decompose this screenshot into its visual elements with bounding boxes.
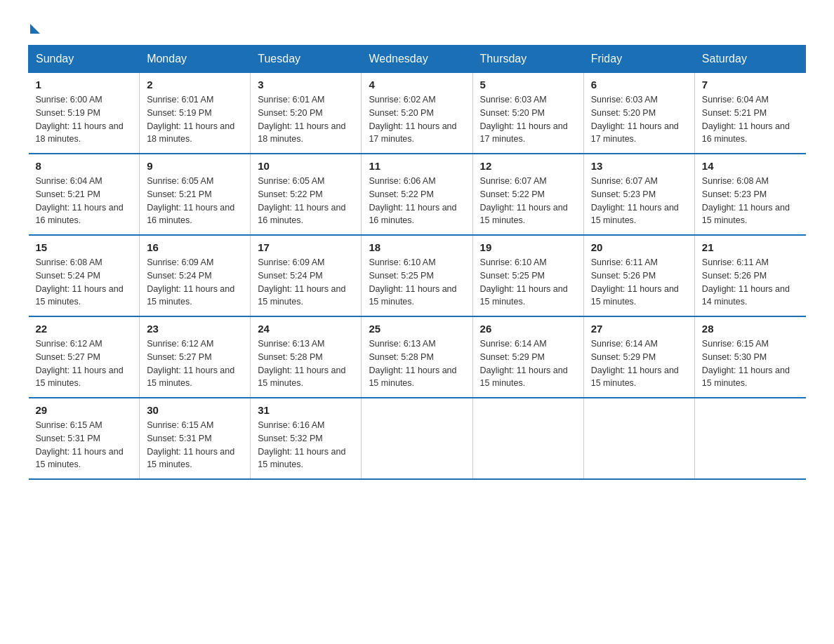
day-number: 27 [591, 323, 687, 335]
calendar-week-row: 29 Sunrise: 6:15 AMSunset: 5:31 PMDaylig… [29, 398, 806, 479]
day-number: 31 [258, 404, 354, 416]
calendar-day-cell: 6 Sunrise: 6:03 AMSunset: 5:20 PMDayligh… [583, 73, 694, 154]
calendar-day-cell: 10 Sunrise: 6:05 AMSunset: 5:22 PMDaylig… [251, 154, 362, 235]
calendar-day-cell: 17 Sunrise: 6:09 AMSunset: 5:24 PMDaylig… [251, 235, 362, 316]
day-number: 16 [147, 241, 243, 253]
day-number: 22 [36, 323, 133, 335]
day-info: Sunrise: 6:00 AMSunset: 5:19 PMDaylight:… [36, 93, 133, 146]
day-info: Sunrise: 6:08 AMSunset: 5:24 PMDaylight:… [36, 256, 133, 309]
calendar-day-cell: 23 Sunrise: 6:12 AMSunset: 5:27 PMDaylig… [140, 316, 251, 398]
day-info: Sunrise: 6:11 AMSunset: 5:26 PMDaylight:… [591, 256, 687, 309]
weekday-header: Thursday [472, 46, 583, 73]
day-info: Sunrise: 6:07 AMSunset: 5:23 PMDaylight:… [591, 175, 687, 227]
day-number: 8 [36, 160, 133, 172]
calendar-day-cell: 21 Sunrise: 6:11 AMSunset: 5:26 PMDaylig… [694, 235, 805, 316]
day-info: Sunrise: 6:03 AMSunset: 5:20 PMDaylight:… [591, 93, 687, 146]
day-number: 29 [36, 404, 133, 416]
day-number: 20 [591, 241, 687, 253]
calendar-day-cell: 13 Sunrise: 6:07 AMSunset: 5:23 PMDaylig… [583, 154, 694, 235]
calendar-day-cell: 3 Sunrise: 6:01 AMSunset: 5:20 PMDayligh… [251, 73, 362, 154]
calendar-day-cell: 18 Sunrise: 6:10 AMSunset: 5:25 PMDaylig… [362, 235, 472, 316]
calendar-day-cell [583, 398, 694, 479]
day-info: Sunrise: 6:09 AMSunset: 5:24 PMDaylight:… [258, 256, 354, 309]
day-number: 1 [36, 79, 133, 90]
calendar-day-cell: 28 Sunrise: 6:15 AMSunset: 5:30 PMDaylig… [694, 316, 805, 398]
day-info: Sunrise: 6:05 AMSunset: 5:21 PMDaylight:… [147, 175, 243, 227]
logo [28, 21, 40, 31]
day-number: 13 [591, 160, 687, 172]
day-info: Sunrise: 6:04 AMSunset: 5:21 PMDaylight:… [702, 93, 799, 146]
calendar-day-cell [472, 398, 583, 479]
day-info: Sunrise: 6:11 AMSunset: 5:26 PMDaylight:… [702, 256, 799, 309]
day-info: Sunrise: 6:15 AMSunset: 5:31 PMDaylight:… [147, 419, 243, 471]
day-number: 21 [702, 241, 799, 253]
day-number: 2 [147, 79, 243, 90]
day-number: 26 [480, 323, 576, 335]
day-number: 15 [36, 241, 133, 253]
day-info: Sunrise: 6:10 AMSunset: 5:25 PMDaylight:… [369, 256, 465, 309]
day-number: 18 [369, 241, 465, 253]
calendar-day-cell: 20 Sunrise: 6:11 AMSunset: 5:26 PMDaylig… [583, 235, 694, 316]
calendar-day-cell: 9 Sunrise: 6:05 AMSunset: 5:21 PMDayligh… [140, 154, 251, 235]
day-number: 9 [147, 160, 243, 172]
day-number: 4 [369, 79, 465, 90]
day-number: 30 [147, 404, 243, 416]
calendar-day-cell: 31 Sunrise: 6:16 AMSunset: 5:32 PMDaylig… [251, 398, 362, 479]
weekday-header: Tuesday [251, 46, 362, 73]
calendar-day-cell: 27 Sunrise: 6:14 AMSunset: 5:29 PMDaylig… [583, 316, 694, 398]
calendar-day-cell: 1 Sunrise: 6:00 AMSunset: 5:19 PMDayligh… [29, 73, 140, 154]
day-info: Sunrise: 6:13 AMSunset: 5:28 PMDaylight:… [258, 337, 354, 390]
day-info: Sunrise: 6:01 AMSunset: 5:19 PMDaylight:… [147, 93, 243, 146]
calendar-day-cell: 26 Sunrise: 6:14 AMSunset: 5:29 PMDaylig… [472, 316, 583, 398]
day-number: 14 [702, 160, 799, 172]
calendar-day-cell: 14 Sunrise: 6:08 AMSunset: 5:23 PMDaylig… [694, 154, 805, 235]
calendar-day-cell: 24 Sunrise: 6:13 AMSunset: 5:28 PMDaylig… [251, 316, 362, 398]
day-info: Sunrise: 6:14 AMSunset: 5:29 PMDaylight:… [480, 337, 576, 390]
day-number: 28 [702, 323, 799, 335]
weekday-header-row: SundayMondayTuesdayWednesdayThursdayFrid… [29, 46, 806, 73]
day-info: Sunrise: 6:06 AMSunset: 5:22 PMDaylight:… [369, 175, 465, 227]
day-number: 7 [702, 79, 799, 90]
day-info: Sunrise: 6:13 AMSunset: 5:28 PMDaylight:… [369, 337, 465, 390]
calendar-day-cell: 11 Sunrise: 6:06 AMSunset: 5:22 PMDaylig… [362, 154, 472, 235]
day-info: Sunrise: 6:09 AMSunset: 5:24 PMDaylight:… [147, 256, 243, 309]
calendar-table: SundayMondayTuesdayWednesdayThursdayFrid… [28, 45, 806, 480]
calendar-day-cell: 19 Sunrise: 6:10 AMSunset: 5:25 PMDaylig… [472, 235, 583, 316]
day-info: Sunrise: 6:15 AMSunset: 5:31 PMDaylight:… [36, 419, 133, 471]
calendar-day-cell: 30 Sunrise: 6:15 AMSunset: 5:31 PMDaylig… [140, 398, 251, 479]
calendar-day-cell: 22 Sunrise: 6:12 AMSunset: 5:27 PMDaylig… [29, 316, 140, 398]
calendar-day-cell: 25 Sunrise: 6:13 AMSunset: 5:28 PMDaylig… [362, 316, 472, 398]
calendar-day-cell: 15 Sunrise: 6:08 AMSunset: 5:24 PMDaylig… [29, 235, 140, 316]
day-number: 3 [258, 79, 354, 90]
day-number: 24 [258, 323, 354, 335]
day-info: Sunrise: 6:12 AMSunset: 5:27 PMDaylight:… [36, 337, 133, 390]
day-number: 6 [591, 79, 687, 90]
weekday-header: Friday [583, 46, 694, 73]
calendar-day-cell: 7 Sunrise: 6:04 AMSunset: 5:21 PMDayligh… [694, 73, 805, 154]
day-number: 11 [369, 160, 465, 172]
calendar-day-cell: 4 Sunrise: 6:02 AMSunset: 5:20 PMDayligh… [362, 73, 472, 154]
weekday-header: Monday [140, 46, 251, 73]
day-info: Sunrise: 6:14 AMSunset: 5:29 PMDaylight:… [591, 337, 687, 390]
day-info: Sunrise: 6:08 AMSunset: 5:23 PMDaylight:… [702, 175, 799, 227]
calendar-week-row: 8 Sunrise: 6:04 AMSunset: 5:21 PMDayligh… [29, 154, 806, 235]
day-info: Sunrise: 6:15 AMSunset: 5:30 PMDaylight:… [702, 337, 799, 390]
day-info: Sunrise: 6:10 AMSunset: 5:25 PMDaylight:… [480, 256, 576, 309]
weekday-header: Saturday [694, 46, 805, 73]
day-number: 12 [480, 160, 576, 172]
day-number: 10 [258, 160, 354, 172]
day-number: 19 [480, 241, 576, 253]
calendar-day-cell: 16 Sunrise: 6:09 AMSunset: 5:24 PMDaylig… [140, 235, 251, 316]
day-info: Sunrise: 6:04 AMSunset: 5:21 PMDaylight:… [36, 175, 133, 227]
calendar-day-cell: 12 Sunrise: 6:07 AMSunset: 5:22 PMDaylig… [472, 154, 583, 235]
calendar-day-cell [694, 398, 805, 479]
calendar-day-cell: 2 Sunrise: 6:01 AMSunset: 5:19 PMDayligh… [140, 73, 251, 154]
weekday-header: Wednesday [362, 46, 472, 73]
day-info: Sunrise: 6:02 AMSunset: 5:20 PMDaylight:… [369, 93, 465, 146]
page-header [28, 21, 806, 31]
day-number: 25 [369, 323, 465, 335]
day-info: Sunrise: 6:03 AMSunset: 5:20 PMDaylight:… [480, 93, 576, 146]
calendar-day-cell [362, 398, 472, 479]
day-info: Sunrise: 6:12 AMSunset: 5:27 PMDaylight:… [147, 337, 243, 390]
logo-triangle-icon [30, 24, 40, 34]
